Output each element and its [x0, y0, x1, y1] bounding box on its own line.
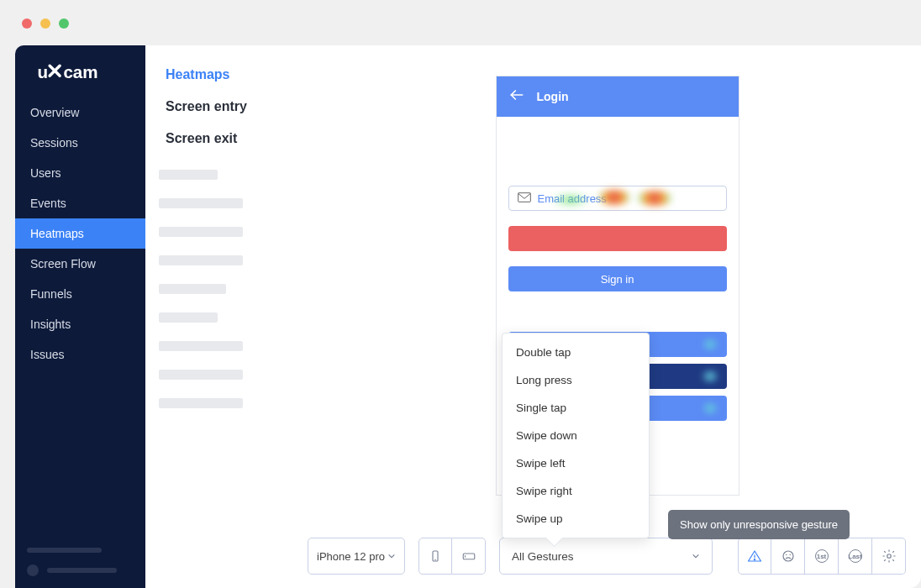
heatmap-blob — [598, 190, 630, 205]
window-maximize-dot[interactable] — [59, 18, 69, 29]
subnav-heatmaps[interactable]: Heatmaps — [159, 59, 313, 91]
sidebar: u cam Overview Sessions Users Events Hea… — [15, 45, 145, 588]
gesture-option[interactable]: Swipe left — [503, 449, 649, 477]
gesture-option[interactable]: Swipe right — [503, 477, 649, 505]
gesture-option[interactable]: Swipe down — [503, 422, 649, 449]
first-gesture-button[interactable]: 1st — [805, 538, 839, 575]
window-close-dot[interactable] — [22, 18, 32, 29]
heatmap-blob — [700, 402, 720, 415]
signin-button[interactable]: Sign in — [508, 266, 727, 291]
sidebar-item-sessions[interactable]: Sessions — [15, 128, 145, 158]
svg-text:u: u — [37, 62, 48, 81]
sidebar-item-events[interactable]: Events — [15, 188, 145, 218]
gesture-option[interactable]: Single tap — [503, 394, 649, 422]
window-traffic-lights — [22, 18, 69, 29]
gesture-option[interactable]: Swipe up — [503, 505, 649, 533]
svg-point-12 — [754, 559, 755, 560]
chevron-down-icon — [692, 552, 700, 560]
orientation-group — [418, 538, 486, 575]
device-screen-title: Login — [537, 90, 569, 103]
settings-button[interactable] — [872, 538, 906, 575]
tooltip-unresponsive: Show only unresponsive gesture — [668, 510, 850, 539]
brand-logo: u cam — [15, 57, 145, 97]
bottom-toolbar: iPhone 12 pro All Gestures 1st Last — [308, 538, 906, 575]
svg-point-16 — [887, 554, 891, 559]
sidebar-footer-skeleton — [27, 548, 102, 553]
sidebar-item-insights[interactable]: Insights — [15, 309, 145, 339]
device-select-label: iPhone 12 pro — [317, 550, 385, 563]
svg-point-13 — [783, 551, 793, 561]
sidebar-item-heatmaps[interactable]: Heatmaps — [15, 218, 145, 249]
svg-text:cam: cam — [63, 62, 97, 81]
device-header: Login — [497, 76, 739, 117]
gesture-filter-select[interactable]: All Gestures — [499, 538, 713, 575]
sidebar-item-issues[interactable]: Issues — [15, 339, 145, 370]
heatmap-blob — [700, 370, 720, 383]
gesture-dropdown[interactable]: Double tap Long press Single tap Swipe d… — [502, 333, 650, 538]
subnav-screen-entry[interactable]: Screen entry — [159, 91, 313, 123]
heatmap-blob — [548, 195, 593, 205]
email-input[interactable]: Email address — [508, 186, 727, 211]
chevron-down-icon — [387, 552, 396, 560]
svg-rect-5 — [518, 193, 530, 202]
heatmap-blob — [700, 338, 720, 351]
gesture-option[interactable]: Double tap — [503, 339, 649, 366]
orientation-portrait-button[interactable] — [418, 538, 452, 575]
sidebar-item-funnels[interactable]: Funnels — [15, 279, 145, 309]
rage-gesture-button[interactable] — [771, 538, 805, 575]
gesture-filter-label: All Gestures — [512, 550, 574, 563]
error-button[interactable] — [508, 226, 727, 251]
toolbar-icon-group: 1st Last — [738, 538, 906, 575]
sidebar-item-users[interactable]: Users — [15, 158, 145, 188]
back-arrow-icon[interactable] — [508, 87, 525, 107]
app-panel: u cam Overview Sessions Users Events Hea… — [15, 45, 921, 588]
heatmap-blob — [637, 191, 672, 206]
mail-icon — [518, 191, 531, 206]
window-minimize-dot[interactable] — [40, 18, 50, 29]
sidebar-avatar[interactable] — [27, 564, 39, 576]
subnav: Heatmaps Screen entry Screen exit — [145, 45, 313, 588]
device-select[interactable]: iPhone 12 pro — [308, 538, 405, 575]
sidebar-item-screen-flow[interactable]: Screen Flow — [15, 249, 145, 279]
sidebar-username-skeleton — [47, 568, 117, 573]
last-icon: Last — [849, 549, 862, 563]
sidebar-item-overview[interactable]: Overview — [15, 97, 145, 128]
sidebar-footer — [15, 536, 145, 588]
orientation-landscape-button[interactable] — [452, 538, 486, 575]
subnav-skeleton-list — [159, 170, 313, 408]
subnav-screen-exit[interactable]: Screen exit — [159, 123, 313, 155]
first-icon: 1st — [815, 549, 829, 563]
last-gesture-button[interactable]: Last — [839, 538, 872, 575]
unresponsive-gesture-button[interactable] — [738, 538, 771, 575]
gesture-option[interactable]: Long press — [503, 366, 649, 394]
